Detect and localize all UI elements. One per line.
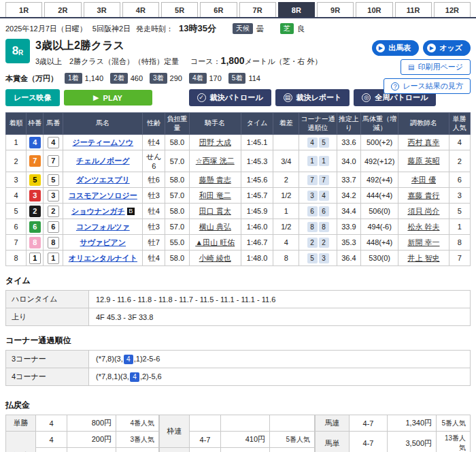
horse-row: 277チェルノボーグせん657.0☆西塚 洸二1:45.33/41134.049…: [6, 150, 471, 172]
jockey-link[interactable]: 和田 竜二: [199, 191, 231, 199]
jockey-cell: ▲田山 旺佑: [189, 235, 241, 251]
weather-badge: 天候: [233, 23, 253, 34]
check-icon: ✓: [197, 93, 206, 102]
sex-age: 牡4: [143, 204, 165, 219]
payout-combination: [190, 415, 221, 432]
prize-place-badge: 3着: [150, 73, 167, 84]
column-header: 着順: [6, 113, 27, 135]
last-3f: 36.4: [337, 251, 360, 266]
race-tab-6r[interactable]: 6R: [200, 2, 237, 17]
jockey-link[interactable]: 藤懸 貴志: [199, 176, 231, 184]
horse-row: 522ショウナンガチB牡458.0田口 貫太1:45.916634.4506(0…: [6, 204, 471, 219]
horse-row: 811オリエンタルナイト牡458.0小崎 綾也1:48.085336.4530(…: [6, 251, 471, 266]
race-number: 8: [12, 44, 18, 58]
print-label: 印刷用ページ: [418, 62, 463, 72]
horse-name-link[interactable]: ダンツエスプリ: [76, 176, 130, 184]
corner-position-badge: 4: [307, 138, 318, 148]
print-button[interactable]: ▤ 印刷用ページ: [401, 59, 471, 75]
payout-combination: 7: [36, 448, 67, 452]
jockey-cell: 団野 大成: [189, 135, 241, 150]
horse-name-link[interactable]: ショウナンガチ: [71, 207, 125, 215]
course-label: コース：: [190, 57, 221, 65]
horse-name-cell: コンフォルツァ: [63, 219, 143, 235]
race-tab-2r[interactable]: 2R: [44, 2, 81, 17]
payout-popularity: 13番人気: [437, 432, 471, 452]
stewards-patrol-button[interactable]: ✓ 裁決パトロール: [189, 89, 271, 106]
race-tab-7r[interactable]: 7R: [239, 2, 276, 17]
header-buttons: ▶ 出馬表 ▶ オッズ ▤ 印刷用ページ ? レース結果の見方: [372, 40, 471, 94]
horse-name-link[interactable]: コンフォルツァ: [76, 223, 130, 231]
prize-item: 4着170: [189, 73, 222, 84]
highlighted-horse-number: 4: [124, 355, 133, 364]
track-badge: 芝: [280, 23, 294, 34]
payout-popularity: 2番人気: [116, 448, 159, 452]
race-tab-8r[interactable]: 8R: [278, 2, 315, 17]
race-tab-10r[interactable]: 10R: [356, 2, 392, 17]
stewards-patrol-label: 裁決パトロール: [210, 93, 263, 103]
jockey-link[interactable]: 団野 大成: [199, 138, 231, 146]
stewards-report-button[interactable]: ▤ 裁決レポート: [275, 89, 350, 106]
horse-name-link[interactable]: ジーティームソウ: [73, 138, 134, 146]
jockey-cell: 横山 典弘: [189, 219, 241, 235]
trainer-link[interactable]: 新開 幸一: [407, 238, 439, 246]
payout-amount: 160円: [67, 448, 116, 452]
trainer-link[interactable]: 松永 幹夫: [407, 223, 439, 231]
frame-cell: 6: [27, 219, 44, 235]
sex-age: 牡3: [143, 219, 165, 235]
jockey-link[interactable]: ▲田山 旺佑: [195, 238, 235, 246]
horse-number-badge: 1: [48, 253, 59, 264]
finish-time: 1:45.3: [241, 150, 273, 172]
prize-amount: 170: [209, 74, 222, 82]
meeting-info: 5回阪神2日: [92, 24, 131, 34]
entries-button[interactable]: ▶ 出馬表: [372, 40, 419, 56]
trainer-link[interactable]: 嘉藤 貴行: [407, 191, 439, 199]
horse-row: 355ダンツエスプリ牡658.0藤懸 貴志1:45.627733.7492(+4…: [6, 172, 471, 188]
horse-name-link[interactable]: サヴァビアン: [80, 238, 126, 246]
race-tab-1r[interactable]: 1R: [5, 2, 42, 17]
horse-name-link[interactable]: オリエンタルナイト: [69, 254, 137, 262]
payout-popularity: 4番人気: [116, 415, 159, 432]
guide-button[interactable]: ? レース結果の見方: [384, 78, 471, 94]
payout-row: 単勝4800円4番人気: [6, 415, 159, 432]
race-tab-12r[interactable]: 12R: [434, 2, 471, 17]
horse-weight: 448(+4): [360, 235, 398, 251]
trainer-cell: 井上 智史: [398, 251, 449, 266]
race-tab-11r[interactable]: 11R: [395, 2, 432, 17]
finish-position: 8: [6, 251, 27, 266]
last-3f: 33.6: [337, 135, 360, 150]
prize-item: 2着460: [110, 73, 143, 84]
race-tab-5r[interactable]: 5R: [161, 2, 198, 17]
win-favorite: 1: [449, 219, 470, 235]
jockey-link[interactable]: 小崎 綾也: [199, 254, 231, 262]
horse-name-link[interactable]: コスモアンソロジー: [69, 191, 137, 199]
finish-position: 2: [6, 150, 27, 172]
column-header: コーナー通過順位: [299, 113, 337, 135]
payout-popularity: 5番人気: [437, 415, 471, 432]
impost-weight: 55.0: [165, 235, 189, 251]
odds-button[interactable]: ▶ オッズ: [423, 40, 471, 56]
printer-icon: ▤: [408, 63, 414, 71]
race-tab-3r[interactable]: 3R: [84, 2, 120, 17]
blinker-badge: B: [127, 208, 135, 215]
trainer-link[interactable]: 西村 真幸: [407, 138, 439, 146]
jockey-link[interactable]: 横山 典弘: [199, 223, 231, 231]
column-header: 単勝人気: [449, 113, 470, 135]
date-line: 2025年12月7日（日曜） 5回阪神2日 発走時刻： 13時35分 天候 曇 …: [0, 18, 476, 37]
trainer-link[interactable]: 井上 智史: [407, 254, 439, 262]
race-tab-9r[interactable]: 9R: [317, 2, 354, 17]
corner-position-badge: 8: [307, 222, 318, 232]
corner-position-badge: 4: [319, 191, 329, 201]
jockey-link[interactable]: 田口 貫太: [199, 207, 231, 215]
prize-amount: 1,140: [85, 74, 104, 82]
trainer-link[interactable]: 藤原 英昭: [407, 157, 439, 165]
trainer-link[interactable]: 本田 優: [411, 176, 436, 184]
trainer-link[interactable]: 須貝 尚介: [407, 207, 439, 215]
payout-combination: 4-5: [190, 448, 221, 452]
last-3f: 34.0: [337, 150, 360, 172]
horse-name-link[interactable]: チェルノボーグ: [76, 157, 130, 165]
race-video-button[interactable]: レース映像: [5, 89, 60, 106]
jockey-link[interactable]: ☆西塚 洸二: [196, 157, 235, 165]
play-button[interactable]: ▶ PLAY: [64, 90, 152, 106]
race-title: 3歳以上2勝クラス: [35, 39, 322, 52]
race-tab-4r[interactable]: 4R: [122, 2, 159, 17]
